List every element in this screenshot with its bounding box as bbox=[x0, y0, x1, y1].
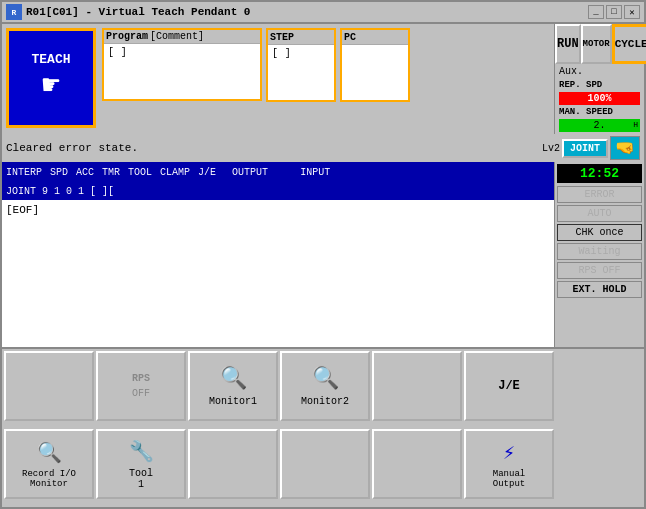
app-icon: R bbox=[6, 4, 22, 20]
empty-btn-3[interactable] bbox=[188, 429, 278, 499]
tool1-label: Tool1 bbox=[129, 468, 153, 490]
monitor2-btn[interactable]: 🔍 Monitor2 bbox=[280, 351, 370, 421]
manual-output-label: ManualOutput bbox=[493, 469, 525, 489]
program-field: Program [Comment] [ ] bbox=[102, 28, 262, 101]
rep-spd-value: 100% bbox=[559, 92, 640, 105]
monitor1-label: Monitor1 bbox=[209, 396, 257, 407]
hand-icon: 🤜 bbox=[615, 138, 635, 158]
maximize-button[interactable]: □ bbox=[606, 5, 622, 19]
eof-marker: [EOF] bbox=[6, 204, 39, 216]
empty-btn-2[interactable] bbox=[372, 351, 462, 421]
col-tool: TOOL bbox=[128, 167, 152, 178]
off-label: OFF bbox=[132, 388, 150, 399]
empty-btn-4[interactable] bbox=[280, 429, 370, 499]
data-row: JOINT 9 1 0 1 [ ][ bbox=[2, 182, 554, 200]
teach-hand-icon: ☛ bbox=[42, 67, 60, 104]
side-panel: 12:52 ERROR AUTO CHK once Waiting RPS OF… bbox=[554, 162, 644, 347]
man-speed-section: MAN. SPEED 2. H bbox=[555, 106, 644, 133]
empty-btn-1[interactable] bbox=[4, 351, 94, 421]
teach-label: TEACH bbox=[31, 52, 70, 67]
monitor1-btn[interactable]: 🔍 Monitor1 bbox=[188, 351, 278, 421]
empty-btn-5[interactable] bbox=[372, 429, 462, 499]
col-je: J/E bbox=[198, 167, 216, 178]
program-label: Program bbox=[106, 31, 148, 42]
cycle-button[interactable]: CYCLE bbox=[612, 24, 646, 64]
rps-off-button[interactable]: RPS OFF bbox=[557, 262, 642, 279]
run-button[interactable]: RUN bbox=[555, 24, 581, 64]
rps-label: RPS bbox=[132, 373, 150, 384]
bottom-toolbar: RPS OFF 🔍 Monitor1 🔍 Monitor2 J/E 🔍 Reco… bbox=[2, 347, 644, 507]
je-btn[interactable]: J/E bbox=[464, 351, 554, 421]
title-bar: R R01[C01] - Virtual Teach Pendant 0 _ □… bbox=[0, 0, 646, 22]
main-window: TEACH ☛ Program [Comment] [ ] STEP bbox=[0, 22, 646, 509]
step-bracket-open: [ bbox=[272, 48, 278, 59]
monitor2-icon: 🔍 bbox=[312, 365, 339, 392]
man-speed-suffix: H bbox=[633, 120, 638, 129]
field-bracket-open: [ bbox=[108, 47, 114, 58]
record-io-label: Record I/OMonitor bbox=[22, 469, 76, 489]
col-tmr: TMR bbox=[102, 167, 120, 178]
top-fields: Program [Comment] [ ] STEP [ ] bbox=[100, 24, 554, 134]
waiting-button[interactable]: Waiting bbox=[557, 243, 642, 260]
rps-off-btn[interactable]: RPS OFF bbox=[96, 351, 186, 421]
joint-icon[interactable]: 🤜 bbox=[610, 136, 640, 160]
step-label: STEP bbox=[270, 32, 294, 43]
rep-spd-section: REP. SPD 100% bbox=[555, 79, 644, 106]
step-field: STEP [ ] bbox=[266, 28, 336, 102]
col-clamp: CLAMP bbox=[160, 167, 190, 178]
ext-hold-button[interactable]: EXT. HOLD bbox=[557, 281, 642, 298]
joint-button[interactable]: JOINT bbox=[562, 139, 608, 158]
top-section: TEACH ☛ Program [Comment] [ ] STEP bbox=[2, 24, 644, 134]
code-area: [EOF] bbox=[2, 200, 554, 347]
window-controls: _ □ ✕ bbox=[588, 5, 640, 19]
pc-label: PC bbox=[344, 32, 356, 43]
manual-output-icon: ⚡ bbox=[503, 440, 515, 465]
middle-section: INTERP SPD ACC TMR TOOL CLAMP J/E OUTPUT… bbox=[2, 162, 644, 347]
data-row-content: JOINT 9 1 0 1 [ ][ bbox=[6, 186, 114, 197]
tool1-btn[interactable]: 🔧 Tool1 bbox=[96, 429, 186, 499]
col-spd: SPD bbox=[50, 167, 68, 178]
error-button[interactable]: ERROR bbox=[557, 186, 642, 203]
monitor2-label: Monitor2 bbox=[301, 396, 349, 407]
manual-output-btn[interactable]: ⚡ ManualOutput bbox=[464, 429, 554, 499]
col-acc: ACC bbox=[76, 167, 94, 178]
teach-button[interactable]: TEACH ☛ bbox=[6, 28, 96, 128]
comment-label: [Comment] bbox=[150, 31, 204, 42]
field-bracket-close: ] bbox=[121, 47, 127, 58]
close-button[interactable]: ✕ bbox=[624, 5, 640, 19]
step-bracket-close: ] bbox=[285, 48, 291, 59]
record-io-btn[interactable]: 🔍 Record I/OMonitor bbox=[4, 429, 94, 499]
aux-row: Aux. bbox=[555, 64, 644, 79]
rep-spd-label: REP. SPD bbox=[555, 79, 644, 91]
man-speed-value: 2. H bbox=[559, 119, 640, 132]
run-motor-cycle-row: RUN MOTOR CYCLE bbox=[555, 24, 644, 64]
pc-field: PC bbox=[340, 28, 410, 102]
time-display: 12:52 bbox=[557, 164, 642, 183]
col-interp: INTERP bbox=[6, 167, 42, 178]
interp-row: INTERP SPD ACC TMR TOOL CLAMP J/E OUTPUT… bbox=[2, 162, 554, 182]
col-input: INPUT bbox=[300, 167, 330, 178]
window-title: R01[C01] - Virtual Teach Pendant 0 bbox=[26, 6, 588, 18]
status-text: Cleared error state. bbox=[6, 142, 542, 154]
col-output: OUTPUT bbox=[232, 167, 268, 178]
right-panel: RUN MOTOR CYCLE Aux. REP. SPD 100% MAN. … bbox=[554, 24, 644, 134]
auto-button[interactable]: AUTO bbox=[557, 205, 642, 222]
code-panel: INTERP SPD ACC TMR TOOL CLAMP J/E OUTPUT… bbox=[2, 162, 554, 347]
tool1-icon: 🔧 bbox=[129, 439, 154, 464]
status-row: Cleared error state. Lv2 JOINT 🤜 bbox=[2, 134, 644, 162]
record-io-icon: 🔍 bbox=[37, 440, 62, 465]
monitor1-icon: 🔍 bbox=[220, 365, 247, 392]
lv2-label: Lv2 bbox=[542, 143, 560, 154]
man-speed-label: MAN. SPEED bbox=[555, 106, 644, 118]
motor-button[interactable]: MOTOR bbox=[581, 24, 612, 64]
minimize-button[interactable]: _ bbox=[588, 5, 604, 19]
chk-once-button[interactable]: CHK once bbox=[557, 224, 642, 241]
je-label: J/E bbox=[498, 379, 520, 393]
aux-label: Aux. bbox=[559, 66, 583, 77]
